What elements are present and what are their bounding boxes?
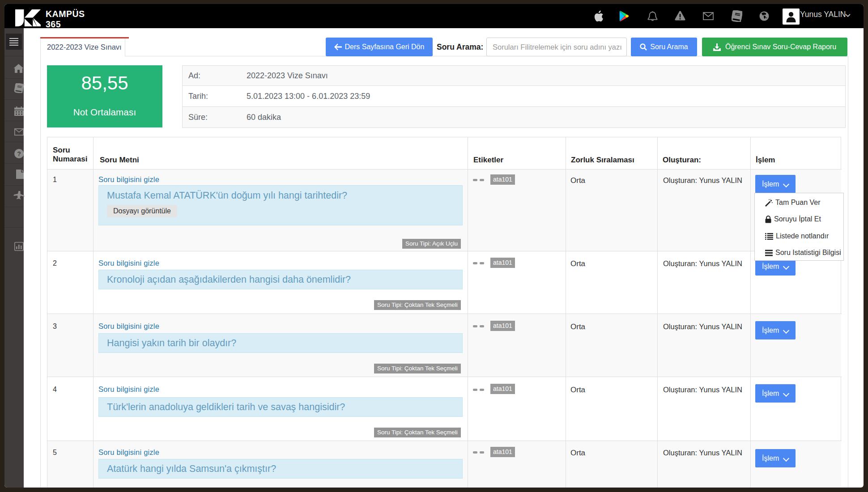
svg-text:?: ?	[17, 150, 21, 157]
